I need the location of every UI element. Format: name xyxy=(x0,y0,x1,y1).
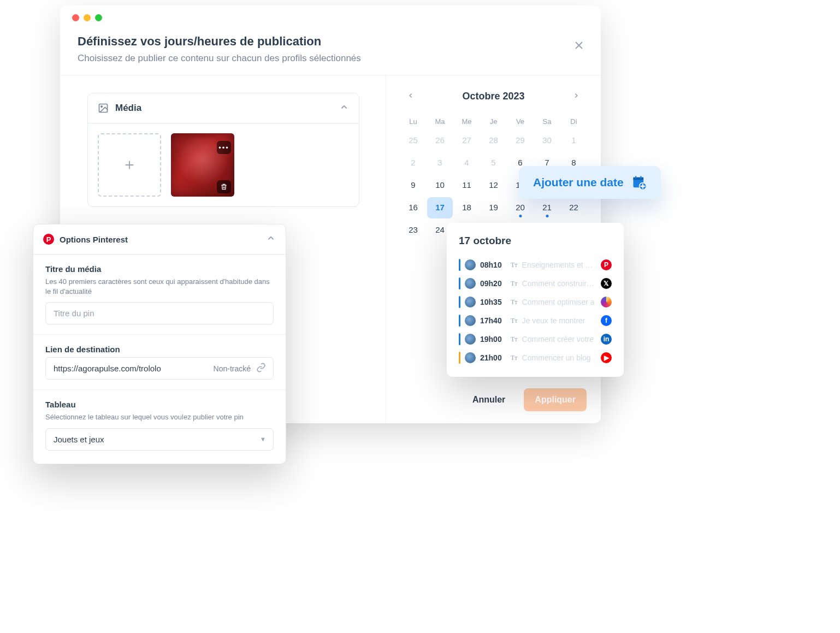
facebook-icon: f xyxy=(601,315,612,326)
calendar-day[interactable]: 3 xyxy=(427,152,453,174)
calendar-dow: Je xyxy=(481,114,506,129)
calendar-day[interactable]: 19 xyxy=(481,197,506,218)
pinterest-icon: P xyxy=(43,234,54,245)
media-card: Média ••• xyxy=(87,93,359,207)
calendar-day[interactable]: 30 xyxy=(534,130,560,151)
cancel-button[interactable]: Annuler xyxy=(462,388,516,411)
schedule-list: 08h10TтEnseignements et ob...P09h20TтCom… xyxy=(459,256,612,367)
calendar-day[interactable]: 10 xyxy=(427,175,453,196)
schedule-title: Comment créer votre xyxy=(522,335,596,344)
schedule-item[interactable]: 19h00TтComment créer votrein xyxy=(459,330,612,348)
avatar xyxy=(465,315,476,326)
schedule-title: Commencer un blog xyxy=(522,353,596,362)
text-icon: Tт xyxy=(511,298,518,306)
calendar-dow: Ve xyxy=(507,114,533,129)
calendar-day[interactable]: 2 xyxy=(400,152,426,174)
calendar-day[interactable]: 9 xyxy=(400,175,426,196)
youtube-icon: ▶ xyxy=(601,352,612,363)
trash-icon[interactable] xyxy=(217,180,231,193)
calendar-day[interactable]: 28 xyxy=(481,130,506,151)
calendar-day[interactable]: 23 xyxy=(400,220,426,241)
day-schedule-popover: 17 octobre 08h10TтEnseignements et ob...… xyxy=(447,223,624,377)
link-tracked-label: Non-tracké xyxy=(214,364,251,373)
calendar-day[interactable]: 26 xyxy=(427,130,453,151)
schedule-item[interactable]: 08h10TтEnseignements et ob...P xyxy=(459,256,612,274)
text-icon: Tт xyxy=(511,280,518,288)
close-icon[interactable] xyxy=(575,39,583,53)
calendar-day[interactable]: 18 xyxy=(454,197,480,218)
next-month-button[interactable] xyxy=(568,88,584,104)
calendar-day[interactable]: 1 xyxy=(561,130,587,151)
text-icon: Tт xyxy=(511,354,518,362)
calendar-day[interactable]: 20 xyxy=(507,197,533,218)
calendar-day[interactable]: 21 xyxy=(534,197,560,218)
calendar-day[interactable]: 29 xyxy=(507,130,533,151)
text-icon: Tт xyxy=(511,317,518,325)
pin-title-input[interactable] xyxy=(45,302,274,324)
svg-rect-4 xyxy=(635,176,636,179)
schedule-time: 17h40 xyxy=(480,316,506,325)
calendar-day[interactable]: 12 xyxy=(481,175,506,196)
media-title-hint: Les 40 premiers caractères sont ceux qui… xyxy=(45,277,274,297)
calendar-month-label: Octobre 2023 xyxy=(462,91,524,102)
text-icon: Tт xyxy=(511,261,518,269)
calendar-day[interactable]: 25 xyxy=(400,130,426,151)
schedule-time: 19h00 xyxy=(480,335,506,344)
collapse-icon[interactable] xyxy=(339,101,349,115)
calendar-day[interactable]: 22 xyxy=(561,197,587,218)
schedule-item[interactable]: 21h00TтCommencer un blog▶ xyxy=(459,348,612,367)
window-controls xyxy=(60,5,601,21)
board-select[interactable] xyxy=(45,428,274,451)
schedule-time: 08h10 xyxy=(480,261,506,269)
schedule-time: 21h00 xyxy=(480,353,506,362)
modal-subtitle: Choisissez de publier ce contenu sur cha… xyxy=(78,53,361,64)
media-title: Média xyxy=(115,103,141,114)
more-icon[interactable]: ••• xyxy=(217,141,231,154)
pinterest-options-card: P Options Pinterest Titre du média Les 4… xyxy=(33,224,286,464)
collapse-icon[interactable] xyxy=(266,232,276,246)
schedule-item[interactable]: 09h20TтComment construire...𝕏 xyxy=(459,274,612,293)
avatar xyxy=(465,278,476,289)
link-label: Lien de destination xyxy=(45,345,274,354)
add-date-button[interactable]: Ajouter une date xyxy=(519,166,661,199)
calendar-dow: Me xyxy=(454,114,480,129)
image-icon xyxy=(98,103,109,114)
maximize-window[interactable] xyxy=(95,14,102,21)
prev-month-button[interactable] xyxy=(403,88,419,104)
calendar-dow: Di xyxy=(561,114,587,129)
calendar-day[interactable]: 27 xyxy=(454,130,480,151)
day-popover-title: 17 octobre xyxy=(459,235,612,247)
add-date-label: Ajouter une date xyxy=(533,176,624,189)
schedule-title: Comment construire... xyxy=(522,279,596,288)
calendar-dow: Ma xyxy=(427,114,453,129)
close-window[interactable] xyxy=(72,14,79,21)
calendar-day[interactable]: 16 xyxy=(400,197,426,218)
calendar-day[interactable]: 11 xyxy=(454,175,480,196)
minimize-window[interactable] xyxy=(84,14,91,21)
schedule-item[interactable]: 17h40TтJe veux te montrerf xyxy=(459,311,612,330)
media-title-label: Titre du média xyxy=(45,264,274,274)
svg-rect-5 xyxy=(640,176,641,179)
avatar xyxy=(465,259,476,270)
add-media-button[interactable] xyxy=(98,133,161,197)
schedule-title: Enseignements et ob... xyxy=(522,261,596,269)
calendar-day[interactable]: 4 xyxy=(454,152,480,174)
avatar xyxy=(465,334,476,345)
x-icon: 𝕏 xyxy=(601,278,612,289)
schedule-item[interactable]: 10h35TтComment optimiser a xyxy=(459,293,612,311)
modal-header: Définissez vos jours/heures de publicati… xyxy=(60,21,601,75)
board-label: Tableau xyxy=(45,400,274,409)
svg-point-1 xyxy=(101,106,103,108)
apply-button[interactable]: Appliquer xyxy=(524,388,587,411)
link-icon[interactable] xyxy=(256,363,266,375)
media-thumbnail[interactable]: ••• xyxy=(171,133,234,197)
calendar-day[interactable]: 17 xyxy=(427,197,453,218)
calendar-day[interactable]: 5 xyxy=(481,152,506,174)
modal-title: Définissez vos jours/heures de publicati… xyxy=(78,34,361,49)
calendar-plus-icon xyxy=(631,175,647,190)
avatar xyxy=(465,297,476,307)
schedule-title: Comment optimiser a xyxy=(522,298,596,306)
text-icon: Tт xyxy=(511,335,518,344)
linkedin-icon: in xyxy=(601,334,612,345)
calendar-dow: Lu xyxy=(400,114,426,129)
